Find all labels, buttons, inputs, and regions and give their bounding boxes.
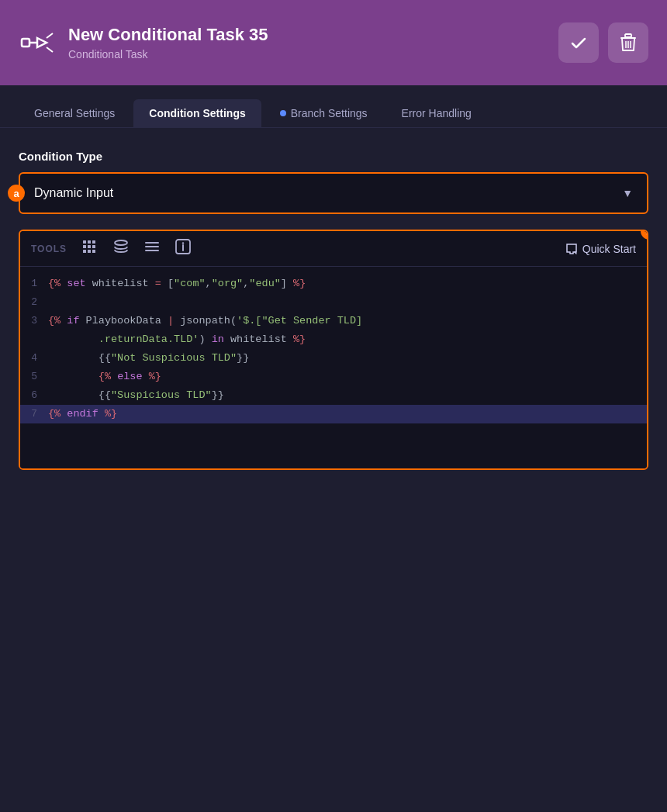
code-line-1: 1 {% set whitelist = ["com","org","edu"]…	[20, 275, 647, 293]
quick-start-label: Quick Start	[582, 243, 636, 255]
tab-general-settings[interactable]: General Settings	[19, 99, 130, 127]
dropdown-arrow-icon: ▼	[622, 187, 633, 199]
badge-a: a	[8, 185, 25, 202]
line-number-5: 5	[20, 368, 48, 385]
header-actions	[558, 22, 648, 63]
code-line-4: 4 {{"Not Suspicious TLD"}}	[20, 349, 647, 368]
tools-label: TOOLS	[31, 244, 67, 254]
line-content-3b: .returnData.TLD') in whitelist %}	[48, 331, 647, 348]
svg-rect-13	[83, 245, 86, 248]
toolbar-info-icon[interactable]	[172, 237, 194, 260]
code-line-2: 2	[20, 293, 647, 312]
svg-rect-16	[83, 250, 86, 253]
line-number-3: 3	[20, 313, 48, 330]
svg-rect-11	[88, 240, 91, 244]
line-content-2	[48, 294, 647, 311]
line-content-3: {% if PlaybookData | jsonpath('$.["Get S…	[48, 313, 647, 330]
code-line-3: 3 {% if PlaybookData | jsonpath('$.["Get…	[20, 312, 647, 330]
code-line-5: 5 {% else %}	[20, 368, 647, 386]
condition-type-label: Condition Type	[19, 150, 648, 163]
tab-branch-settings[interactable]: Branch Settings	[264, 99, 383, 127]
svg-rect-18	[92, 250, 95, 253]
svg-line-4	[47, 47, 53, 52]
line-number-1: 1	[20, 275, 48, 292]
tab-condition-label: Condition Settings	[149, 107, 245, 119]
editor-toolbar: TOOLS	[20, 231, 647, 267]
svg-rect-12	[92, 240, 95, 244]
line-content-6: {{"Suspicious TLD"}}	[48, 387, 647, 404]
toolbar-grid-icon[interactable]	[79, 238, 101, 259]
svg-point-25	[182, 242, 184, 244]
svg-rect-6	[625, 34, 631, 37]
toolbar-list-icon[interactable]	[141, 238, 163, 259]
line-number-2: 2	[20, 294, 48, 311]
dropdown-selected-value: Dynamic Input	[34, 186, 113, 200]
svg-marker-2	[37, 38, 47, 47]
svg-rect-17	[88, 250, 91, 253]
page-title: New Conditional Task 35	[68, 25, 268, 45]
svg-point-19	[115, 240, 127, 245]
tab-branch-label: Branch Settings	[291, 107, 368, 119]
condition-type-dropdown[interactable]: Dynamic Input ▼	[19, 172, 648, 214]
header: New Conditional Task 35 Conditional Task	[0, 0, 667, 85]
code-line-6: 6 {{"Suspicious TLD"}}	[20, 386, 647, 405]
line-content-4: {{"Not Suspicious TLD"}}	[48, 350, 647, 367]
code-line-7: 7 {% endif %}	[20, 405, 647, 423]
line-number-7: 7	[20, 406, 48, 423]
page-subtitle: Conditional Task	[68, 48, 268, 60]
line-content-5: {% else %}	[48, 368, 647, 385]
code-line-3b: .returnData.TLD') in whitelist %}	[20, 330, 647, 349]
condition-type-wrapper: a Dynamic Input ▼	[19, 172, 648, 214]
tab-error-handling[interactable]: Error Handling	[386, 99, 487, 127]
svg-rect-0	[22, 39, 29, 47]
main-content: Condition Type a Dynamic Input ▼ b TOOLS	[0, 128, 667, 810]
tab-error-label: Error Handling	[402, 107, 472, 119]
confirm-button[interactable]	[558, 22, 599, 63]
header-left: New Conditional Task 35 Conditional Task	[19, 24, 268, 61]
delete-button[interactable]	[608, 22, 648, 63]
tab-general-label: General Settings	[34, 107, 115, 119]
line-number-6: 6	[20, 387, 48, 404]
tab-condition-settings[interactable]: Condition Settings	[133, 99, 261, 127]
svg-rect-10	[83, 240, 86, 244]
toolbar-stack-icon[interactable]	[110, 238, 132, 259]
svg-rect-15	[92, 245, 95, 248]
line-number-4: 4	[20, 350, 48, 367]
line-content-7: {% endif %}	[48, 406, 647, 423]
svg-line-3	[47, 33, 53, 38]
quick-start-button[interactable]: Quick Start	[565, 243, 636, 255]
toolbar-icons	[79, 237, 553, 260]
conditional-task-icon	[19, 24, 56, 61]
tab-branch-dot	[280, 110, 286, 116]
code-editor[interactable]: 1 {% set whitelist = ["com","org","edu"]…	[20, 267, 647, 468]
header-title-block: New Conditional Task 35 Conditional Task	[68, 25, 268, 60]
svg-rect-14	[88, 245, 91, 248]
tabs-bar: General Settings Condition Settings Bran…	[0, 85, 667, 128]
code-editor-wrapper: b TOOLS	[19, 230, 648, 470]
line-content-1: {% set whitelist = ["com","org","edu"] %…	[48, 275, 647, 292]
